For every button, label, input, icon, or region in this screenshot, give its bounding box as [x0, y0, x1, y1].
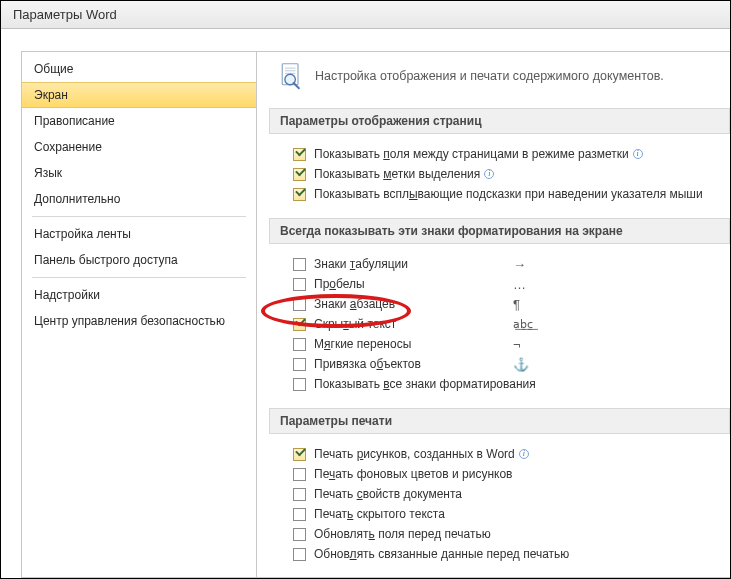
label: Показывать поля между страницами в режим… [314, 147, 629, 161]
symbol-spaces: … [513, 277, 526, 292]
option-print-hidden[interactable]: Печать скрытого текста [293, 504, 720, 524]
option-optional-hyphens[interactable]: Мягкие переносы ¬ [293, 334, 720, 354]
label: Печать свойств документа [314, 487, 462, 501]
symbol-anchor: ⚓ [513, 357, 529, 372]
option-object-anchors[interactable]: Привязка объектов ⚓ [293, 354, 720, 374]
label: Обновлять поля перед печатью [314, 527, 491, 541]
info-icon[interactable]: i [519, 449, 529, 459]
checkbox[interactable] [293, 358, 306, 371]
label: Печать фоновых цветов и рисунков [314, 467, 512, 481]
checkbox[interactable] [293, 378, 306, 391]
section-formatting-marks: Всегда показывать эти знаки форматирован… [269, 218, 730, 244]
word-options-window: Параметры Word Общие Экран Правописание … [0, 0, 731, 579]
checkbox[interactable] [293, 278, 306, 291]
option-show-highlighter[interactable]: Показывать метки выделения i [293, 164, 720, 184]
nav-item-trustcenter[interactable]: Центр управления безопасностью [22, 308, 256, 334]
nav-item-display[interactable]: Экран [22, 82, 256, 108]
option-show-all[interactable]: Показывать все знаки форматирования [293, 374, 720, 394]
option-show-tooltips[interactable]: Показывать всплывающие подсказки при нав… [293, 184, 720, 204]
section3-body: Печать рисунков, созданных в Word i Печа… [269, 434, 730, 578]
section-display-options: Параметры отображения страниц [269, 108, 730, 134]
label: Обновлять связанные данные перед печатью [314, 547, 569, 561]
header-text: Настройка отображения и печати содержимо… [315, 69, 664, 83]
sidebar: Общие Экран Правописание Сохранение Язык… [21, 51, 257, 578]
checkbox[interactable] [293, 188, 306, 201]
checkbox[interactable] [293, 318, 306, 331]
checkbox[interactable] [293, 448, 306, 461]
checkbox[interactable] [293, 488, 306, 501]
nav-item-ribbon[interactable]: Настройка ленты [22, 221, 256, 247]
symbol-hidden: a͟b͟c͟ [513, 318, 533, 331]
checkbox[interactable] [293, 168, 306, 181]
label: Знаки табуляции [314, 257, 408, 271]
nav-item-quickaccess[interactable]: Панель быстрого доступа [22, 247, 256, 273]
option-update-linked[interactable]: Обновлять связанные данные перед печатью [293, 544, 720, 564]
label: Показывать все знаки форматирования [314, 377, 536, 391]
section-printing-options: Параметры печати [269, 408, 730, 434]
nav-item-proofing[interactable]: Правописание [22, 108, 256, 134]
label: Показывать метки выделения [314, 167, 480, 181]
checkbox[interactable] [293, 468, 306, 481]
content-pane: Настройка отображения и печати содержимо… [257, 51, 730, 578]
label: Печать скрытого текста [314, 507, 445, 521]
option-paragraph-marks[interactable]: Знаки абзацев ¶ [293, 294, 720, 314]
symbol-paragraph: ¶ [513, 297, 520, 312]
checkbox[interactable] [293, 298, 306, 311]
label: Пробелы [314, 277, 365, 291]
label: Показывать всплывающие подсказки при нав… [314, 187, 703, 201]
checkbox[interactable] [293, 148, 306, 161]
checkbox[interactable] [293, 508, 306, 521]
option-show-whitespace[interactable]: Показывать поля между страницами в режим… [293, 144, 720, 164]
info-icon[interactable]: i [484, 169, 494, 179]
nav-separator [32, 216, 246, 217]
option-print-background[interactable]: Печать фоновых цветов и рисунков [293, 464, 720, 484]
checkbox[interactable] [293, 258, 306, 271]
option-print-drawings[interactable]: Печать рисунков, созданных в Word i [293, 444, 720, 464]
nav-item-advanced[interactable]: Дополнительно [22, 186, 256, 212]
checkbox[interactable] [293, 548, 306, 561]
label: Печать рисунков, созданных в Word [314, 447, 515, 461]
nav-item-general[interactable]: Общие [22, 56, 256, 82]
option-tab-chars[interactable]: Знаки табуляции → [293, 254, 720, 274]
document-magnify-icon [277, 62, 305, 90]
info-icon[interactable]: i [633, 149, 643, 159]
nav-item-save[interactable]: Сохранение [22, 134, 256, 160]
checkbox[interactable] [293, 528, 306, 541]
nav-separator [32, 277, 246, 278]
label: Привязка объектов [314, 357, 421, 371]
titlebar: Параметры Word [1, 1, 730, 29]
content-header: Настройка отображения и печати содержимо… [269, 52, 730, 108]
body: Общие Экран Правописание Сохранение Язык… [21, 51, 730, 578]
nav-item-addins[interactable]: Надстройки [22, 282, 256, 308]
option-hidden-text[interactable]: Скрытый текст a͟b͟c͟ [293, 314, 720, 334]
symbol-hyphen: ¬ [513, 337, 521, 352]
symbol-tab: → [513, 257, 526, 272]
section1-body: Показывать поля между страницами в режим… [269, 134, 730, 218]
label: Знаки абзацев [314, 297, 395, 311]
option-update-fields[interactable]: Обновлять поля перед печатью [293, 524, 720, 544]
option-spaces[interactable]: Пробелы … [293, 274, 720, 294]
label: Мягкие переносы [314, 337, 411, 351]
title-text: Параметры Word [13, 7, 117, 22]
option-print-properties[interactable]: Печать свойств документа [293, 484, 720, 504]
section2-body: Знаки табуляции → Пробелы … Знаки абзаце… [269, 244, 730, 408]
nav-item-language[interactable]: Язык [22, 160, 256, 186]
label: Скрытый текст [314, 317, 396, 331]
checkbox[interactable] [293, 338, 306, 351]
